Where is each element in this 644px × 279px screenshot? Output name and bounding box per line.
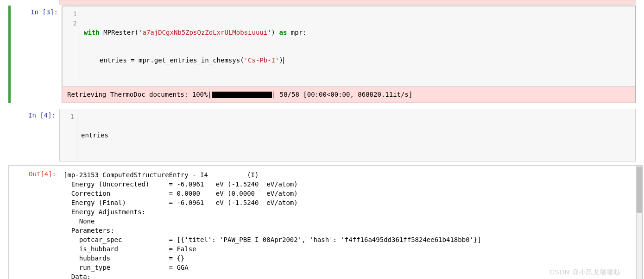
code-input-4[interactable]: 1 entries: [59, 109, 636, 161]
stderr-residual: [59, 0, 636, 5]
code-text-3[interactable]: with MPRester('a7ajDCgxNb5ZpsQzZoLxrULMo…: [80, 6, 635, 86]
output-cell-4: Out[4]: [mp-23153 ComputedStructureEntry…: [8, 165, 643, 279]
code-cell-3[interactable]: In [3]: 1 2 with MPRester('a7ajDCgxNb5Zp…: [8, 6, 644, 103]
code-text-4[interactable]: entries: [77, 109, 635, 161]
output-scrollbar[interactable]: [636, 166, 643, 279]
scroll-thumb[interactable]: [637, 167, 642, 213]
in-prompt-3: In [3]:: [11, 6, 62, 103]
output-text-4: [mp-23153 ComputedStructureEntry - I4 (I…: [60, 167, 634, 279]
text-cursor: [283, 57, 284, 64]
code-cell-4[interactable]: In [4]: 1 entries: [8, 109, 644, 161]
line-gutter: 1 2: [63, 6, 80, 86]
line-gutter: 1: [60, 109, 77, 161]
progress-bar: [212, 92, 272, 98]
stderr-output-3: Retrieving ThermoDoc documents: 100%|| 5…: [62, 87, 635, 103]
in-prompt-4: In [4]:: [8, 109, 59, 161]
out-prompt-4: Out[4]:: [9, 167, 60, 279]
code-input-3[interactable]: 1 2 with MPRester('a7ajDCgxNb5ZpsQzZoLxr…: [62, 6, 635, 87]
